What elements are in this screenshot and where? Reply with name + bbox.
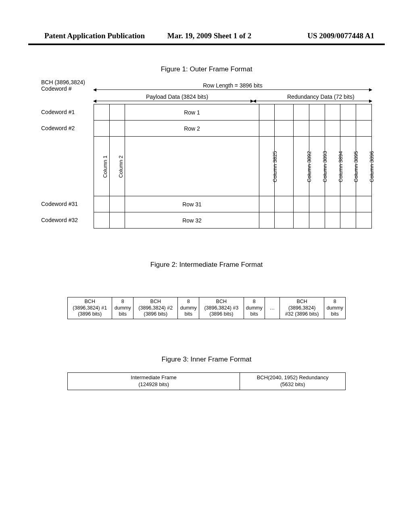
f2-dum-mid: dummy (327, 305, 343, 311)
table-row: Intermediate Frame (124928 bits) BCH(204… (68, 372, 346, 390)
figure-3-caption: Figure 3: Inner Frame Format (0, 355, 413, 364)
f2-seg-bot: (3896 bits) (209, 311, 233, 317)
column-3892-label: Column 3892 (306, 151, 312, 182)
codeword-1-label: Codeword #1 (41, 109, 75, 115)
table-row: Row 2 (94, 121, 372, 137)
ellipsis-cell: … (265, 297, 280, 319)
f2-seg-top: BCH (216, 299, 227, 304)
payload-label: Payload Data (3824 bits) (146, 94, 208, 100)
header-left: Patent Application Publication (44, 31, 154, 40)
intermediate-frame-table: BCH (3896,3824) #1 (3896 bits) 8 dummy b… (67, 297, 346, 319)
figure-2-caption: Figure 2: Intermediate Frame Format (0, 261, 413, 269)
f2-dum-mid: dummy (180, 305, 197, 311)
column-3825-label: Column 3825 (272, 151, 278, 182)
table-row: BCH (3896,3824) #1 (3896 bits) 8 dummy b… (68, 297, 346, 319)
bch-codeword-header-1: BCH (3896,3824) (41, 79, 85, 85)
column-3893-label: Column 3893 (322, 151, 328, 182)
inner-right-top: BCH(2040, 1952) Redundancy (257, 374, 329, 380)
column-3894-label: Column 3894 (338, 151, 344, 182)
codeword-labels: BCH (3896,3824) Codeword # Codeword #1 C… (41, 89, 94, 214)
row-31-cell: Row 31 (125, 196, 259, 212)
f2-dum-bot: bits (250, 311, 258, 317)
f2-dum-bot: bits (331, 311, 338, 317)
inner-left-top: Intermediate Frame (131, 374, 176, 380)
table-row: Row 31 (94, 196, 372, 212)
row-32-cell: Row 32 (125, 212, 259, 229)
bch-codeword-header-2: Codeword # (41, 85, 72, 92)
f2-dum-top: 8 (187, 299, 190, 304)
codeword-2-label: Codeword #2 (41, 125, 75, 131)
table-row: Row 1 (94, 104, 372, 121)
redundancy-label: Redundancy Data (72 bits) (287, 94, 355, 100)
f2-dum-bot: bits (119, 311, 127, 317)
f2-seg-top: BCH (296, 299, 307, 304)
inner-left-bot: (124928 bits) (138, 381, 169, 387)
figure-1-caption: Figure 1: Outer Frame Format (0, 65, 413, 73)
outer-frame-table: Row 1 Row 2 Column 1 Column 2 Column 382… (94, 104, 372, 229)
f2-seg-top: BCH (85, 299, 95, 304)
f2-dum-top: 8 (253, 299, 256, 304)
f2-dum-bot: bits (185, 311, 192, 317)
f2-dum-mid: dummy (115, 305, 131, 311)
figure-3: Intermediate Frame (124928 bits) BCH(204… (67, 372, 346, 390)
f2-dum-top: 8 (121, 299, 124, 304)
f2-seg-bot: #32 (3896 bits) (285, 311, 319, 317)
figure-1: Row Length = 3896 bits Payload Data (382… (41, 82, 372, 229)
row-2-cell: Row 2 (125, 121, 259, 137)
column-1-label: Column 1 (102, 155, 108, 178)
f2-dum-top: 8 (334, 299, 336, 304)
f2-seg-bot: (3896 bits) (144, 311, 167, 317)
codeword-31-label: Codeword #31 (41, 201, 78, 207)
f2-seg-top: BCH (150, 299, 161, 304)
row-length-label: Row Length = 3896 bits (41, 82, 372, 89)
inner-right-bot: (5632 bits) (280, 381, 305, 387)
codeword-32-label: Codeword #32 (41, 217, 78, 223)
f2-dum-mid: dummy (246, 305, 263, 311)
figure-2: BCH (3896,3824) #1 (3896 bits) 8 dummy b… (67, 297, 346, 319)
header-right: US 2009/0077448 A1 (264, 31, 374, 40)
column-3896-label: Column 3896 (369, 151, 375, 182)
header-rule (28, 44, 385, 45)
header-mid: Mar. 19, 2009 Sheet 1 of 2 (154, 31, 265, 40)
column-3895-label: Column 3895 (353, 151, 359, 182)
f2-seg-mid: (3896,3824) (288, 305, 315, 311)
f2-seg-mid: (3896,3824) #2 (138, 305, 173, 311)
f2-seg-mid: (3896,3824) #3 (204, 305, 238, 311)
table-row-columns: Column 1 Column 2 Column 3825 Column 389… (94, 137, 372, 196)
page-header: Patent Application Publication Mar. 19, … (0, 0, 413, 44)
column-2-label: Column 2 (118, 155, 124, 178)
row-1-cell: Row 1 (125, 104, 259, 121)
f2-seg-mid: (3896,3824) #1 (73, 305, 107, 311)
table-row: Row 32 (94, 212, 372, 229)
f2-seg-bot: (3896 bits) (78, 311, 102, 317)
fig1-dimension-arrows: Payload Data (3824 bits) Redundancy Data… (94, 89, 372, 104)
inner-frame-table: Intermediate Frame (124928 bits) BCH(204… (67, 372, 346, 390)
